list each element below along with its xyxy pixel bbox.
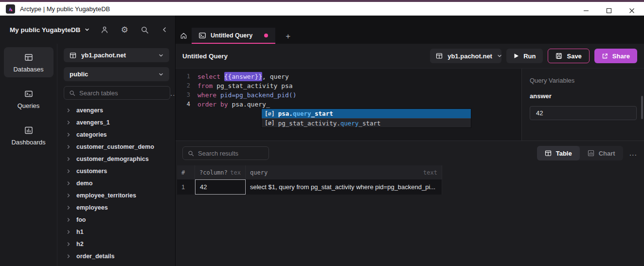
table-item-customers[interactable]: customers bbox=[64, 165, 169, 177]
query-header-actions: yb1.pachot.net Run Save bbox=[430, 49, 637, 63]
query-title: Untitled Query bbox=[182, 53, 228, 60]
table-item-demo[interactable]: demo bbox=[64, 177, 169, 189]
search-icon[interactable] bbox=[140, 25, 149, 34]
chevron-down-icon bbox=[497, 53, 502, 58]
sidebar-item-dashboards[interactable]: Dashboards bbox=[4, 120, 54, 150]
column-icon: [∅] bbox=[265, 120, 275, 126]
table-item-employees[interactable]: employees bbox=[64, 201, 169, 213]
results-more-button[interactable]: ... bbox=[629, 149, 637, 158]
share-button[interactable]: Share bbox=[594, 49, 637, 63]
sidebar-header-icons: ⚙ bbox=[100, 25, 169, 34]
search-icon bbox=[188, 150, 194, 157]
table-item-h1[interactable]: h1 bbox=[64, 226, 169, 238]
autocomplete-popup: [∅] psa.query_start [∅] pg_stat_activity… bbox=[261, 108, 471, 128]
query-terminal-icon bbox=[199, 33, 206, 38]
schema-dropdown[interactable]: public bbox=[64, 67, 169, 81]
chevron-right-icon bbox=[66, 242, 71, 247]
chevron-right-icon bbox=[66, 157, 71, 161]
table-item-avengers[interactable]: avengers bbox=[64, 104, 169, 116]
column-icon: [∅] bbox=[265, 110, 275, 117]
autocomplete-item-psa-query-start[interactable]: [∅] psa.query_start bbox=[262, 109, 471, 118]
view-toggle-chart[interactable]: Chart bbox=[580, 146, 623, 160]
table-grid-icon bbox=[436, 53, 443, 59]
table-list: avengers avengers_1 categories customer_… bbox=[64, 104, 169, 262]
sidebar: My public YugabyteDB ⚙ bbox=[0, 16, 175, 266]
column-header-column[interactable]: ?column? tex bbox=[195, 165, 246, 179]
save-button[interactable]: Save bbox=[548, 49, 589, 63]
window-title: Arctype | My public YugabyteDB bbox=[20, 5, 110, 13]
view-toggle-group: Table Chart bbox=[537, 146, 623, 160]
column-header-query[interactable]: query text bbox=[246, 165, 442, 179]
selected-cell-column-value[interactable]: 42 bbox=[195, 179, 246, 195]
autocomplete-item-pg-stat-activity-query-start[interactable]: [∅] pg_stat_activity.query_start bbox=[262, 118, 471, 127]
table-item-customer-demographics[interactable]: customer_demographics bbox=[64, 153, 169, 165]
table-grid-icon bbox=[70, 52, 76, 59]
new-tab-button[interactable]: + bbox=[286, 32, 290, 40]
server-dropdown[interactable]: yb1.pachot.net bbox=[64, 48, 169, 62]
sidebar-item-queries[interactable]: Queries bbox=[4, 84, 54, 114]
chevron-right-icon bbox=[66, 205, 71, 210]
workspace-name: My public YugabyteDB bbox=[10, 26, 80, 34]
main-content: Untitled Query + Untitled Query yb1.pach… bbox=[175, 16, 644, 266]
sidebar-nav: Databases Queries Dashboards bbox=[0, 44, 57, 266]
code-line: 2from pg_stat_activity psa bbox=[176, 81, 521, 90]
tab-home[interactable] bbox=[176, 28, 192, 44]
query-header: Untitled Query yb1.pachot.net Run bbox=[176, 44, 644, 68]
chevron-right-icon bbox=[66, 181, 71, 186]
queries-terminal-icon bbox=[4, 89, 54, 99]
arctype-window: Arctype | My public YugabyteDB My public… bbox=[0, 0, 644, 266]
chevron-right-icon bbox=[66, 193, 71, 198]
table-item-avengers-1[interactable]: avengers_1 bbox=[64, 116, 169, 128]
results-search-input[interactable] bbox=[198, 150, 264, 157]
table-item-foo[interactable]: foo bbox=[64, 213, 169, 226]
tables-search-input[interactable] bbox=[79, 89, 165, 97]
server-name: yb1.pachot.net bbox=[81, 52, 126, 59]
collapse-sidebar-icon[interactable] bbox=[160, 25, 169, 34]
tables-search-box[interactable] bbox=[64, 86, 170, 100]
home-icon bbox=[180, 32, 187, 39]
chevron-right-icon bbox=[66, 132, 71, 137]
code-line: 3where pid=pg_backend_pid() bbox=[176, 90, 521, 100]
settings-gear-icon[interactable]: ⚙ bbox=[120, 25, 129, 34]
play-icon bbox=[514, 53, 519, 59]
nav-label: Dashboards bbox=[11, 139, 45, 146]
chevron-right-icon bbox=[66, 254, 71, 259]
titlebar: Arctype | My public YugabyteDB bbox=[0, 0, 644, 16]
table-row: 1 42 select $1, query from pg_stat_activ… bbox=[177, 179, 442, 195]
table-item-order-details[interactable]: order_details bbox=[64, 250, 169, 262]
chevron-right-icon bbox=[66, 217, 71, 222]
tables-search-row: ... bbox=[64, 86, 169, 100]
scrollbar[interactable] bbox=[641, 96, 643, 119]
nav-label: Databases bbox=[13, 66, 43, 73]
query-variable-token: {{answer}} bbox=[224, 72, 262, 81]
tables-more-button[interactable]: ... bbox=[170, 89, 175, 97]
tab-bar: Untitled Query + bbox=[176, 16, 644, 44]
chevron-right-icon bbox=[66, 169, 71, 174]
chart-bars-icon bbox=[588, 150, 594, 157]
sql-editor[interactable]: 1select {{answer}}, query 2from pg_stat_… bbox=[176, 69, 521, 141]
variable-value-input[interactable] bbox=[530, 106, 637, 120]
variable-name: answer bbox=[530, 92, 636, 100]
results-table-header: # ?column? tex query text bbox=[177, 165, 442, 179]
run-button[interactable]: Run bbox=[506, 49, 543, 63]
sidebar-header: My public YugabyteDB ⚙ bbox=[0, 16, 175, 44]
table-item-employee-territories[interactable]: employee_territories bbox=[64, 189, 169, 201]
dashboards-chart-icon bbox=[4, 125, 54, 135]
view-toggle-table[interactable]: Table bbox=[537, 146, 580, 160]
column-header-index[interactable]: # bbox=[177, 165, 195, 179]
account-icon[interactable] bbox=[100, 25, 109, 34]
table-item-h2[interactable]: h2 bbox=[64, 238, 169, 250]
search-icon bbox=[69, 90, 75, 96]
results-view-controls: Table Chart ... bbox=[537, 146, 637, 160]
connection-dropdown[interactable]: yb1.pachot.net bbox=[430, 49, 501, 63]
table-item-customer-customer-demo[interactable]: customer_customer_demo bbox=[64, 141, 169, 153]
query-value-cell[interactable]: select $1, query from pg_stat_activity w… bbox=[246, 179, 442, 195]
table-item-categories[interactable]: categories bbox=[64, 128, 169, 141]
tab-untitled-query[interactable]: Untitled Query bbox=[192, 28, 275, 44]
row-index-cell[interactable]: 1 bbox=[177, 179, 195, 195]
results-table: # ?column? tex query text 1 42 bbox=[177, 165, 442, 195]
results-search-box[interactable] bbox=[182, 146, 269, 160]
sidebar-item-databases[interactable]: Databases bbox=[4, 47, 54, 77]
chevron-down-icon bbox=[159, 72, 163, 77]
workspace-switcher[interactable]: My public YugabyteDB bbox=[10, 26, 89, 34]
